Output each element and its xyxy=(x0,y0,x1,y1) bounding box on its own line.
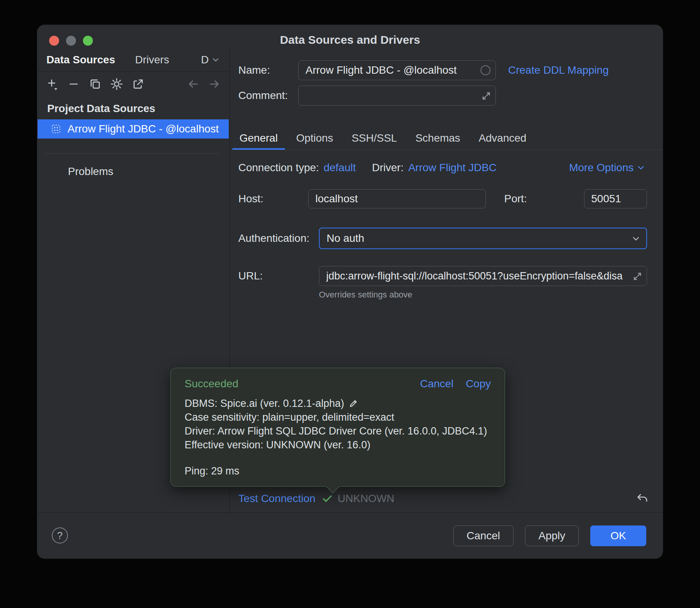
gear-icon xyxy=(111,78,123,90)
data-source-list-item-selected[interactable]: Arrow Flight JDBC - @localhost xyxy=(38,119,229,139)
url-label: URL: xyxy=(238,270,319,282)
authentication-select[interactable]: No auth xyxy=(319,228,647,249)
back-button[interactable] xyxy=(187,78,200,91)
tab-drivers[interactable]: Drivers xyxy=(135,54,169,66)
more-options-link[interactable]: More Options xyxy=(569,162,646,174)
form-tab-bar: General Options SSH/SSL Schemas Advanced xyxy=(230,127,663,150)
authentication-label: Authentication: xyxy=(238,232,319,245)
question-mark-icon: ? xyxy=(57,530,63,542)
create-ddl-mapping-link[interactable]: Create DDL Mapping xyxy=(508,64,609,76)
name-label: Name: xyxy=(238,64,298,76)
arrow-right-icon xyxy=(208,78,221,90)
test-connection-row: Test Connection UNKNOWN xyxy=(238,490,648,507)
help-button[interactable]: ? xyxy=(52,527,68,544)
connection-type-value[interactable]: default xyxy=(324,162,356,174)
effective-version-line: Effective version: UNKNOWN (ver. 16.0) xyxy=(185,438,491,452)
circle-indicator-icon xyxy=(480,65,490,75)
open-in-editor-button[interactable] xyxy=(132,78,145,91)
expand-icon xyxy=(632,271,643,282)
host-label: Host: xyxy=(238,193,308,205)
connection-type-label: Connection type: xyxy=(238,162,319,174)
arrow-left-icon xyxy=(187,78,199,90)
window-title: Data Sources and Drivers xyxy=(37,33,663,46)
sidebar-divider xyxy=(45,153,220,154)
comment-field-wrap xyxy=(298,86,496,106)
cancel-button[interactable]: Cancel xyxy=(453,525,513,546)
comment-row: Comment: xyxy=(238,86,496,106)
ping-line: Ping: 29 ms xyxy=(185,464,491,478)
tab-data-sources[interactable]: Data Sources xyxy=(46,54,115,66)
test-connection-link[interactable]: Test Connection xyxy=(238,492,315,505)
sidebar-tab-bar: Data Sources Drivers D xyxy=(37,48,229,72)
screen-background: Data Sources and Drivers Data Sources Dr… xyxy=(0,0,700,608)
port-label: Port: xyxy=(504,193,574,205)
popup-status: Succeeded xyxy=(185,378,238,390)
tab-general[interactable]: General xyxy=(230,127,287,150)
tab-schemas[interactable]: Schemas xyxy=(406,127,469,150)
connection-type-row: Connection type: default Driver: Arrow F… xyxy=(238,160,646,175)
popup-header: Succeeded Cancel Copy xyxy=(185,377,491,391)
popup-copy-link[interactable]: Copy xyxy=(466,378,491,390)
expand-icon xyxy=(481,91,492,101)
remove-data-source-button[interactable] xyxy=(67,78,80,91)
ok-button[interactable]: OK xyxy=(590,525,646,546)
chevron-down-icon xyxy=(631,234,641,244)
name-field-wrap xyxy=(298,60,496,80)
apply-button[interactable]: Apply xyxy=(525,525,579,546)
driver-value[interactable]: Arrow Flight JDBC xyxy=(408,162,497,174)
url-row: URL: xyxy=(238,266,647,286)
dialog-button-bar: ? Cancel Apply OK xyxy=(37,512,663,558)
project-data-sources-heading: Project Data Sources xyxy=(47,102,155,115)
case-sensitivity-line: Case sensitivity: plain=upper, delimited… xyxy=(185,410,491,424)
host-input[interactable] xyxy=(308,189,486,208)
expand-comment-button[interactable] xyxy=(480,90,492,102)
duplicate-button[interactable] xyxy=(89,78,102,91)
data-source-icon xyxy=(51,124,61,134)
driver-label: Driver: xyxy=(372,162,403,174)
title-bar: Data Sources and Drivers xyxy=(37,25,663,48)
tab-ssh-ssl[interactable]: SSH/SSL xyxy=(342,127,406,150)
dialog-buttons: Cancel Apply OK xyxy=(453,525,646,546)
tab-ddl-overflow-label: D xyxy=(201,54,209,66)
pencil-icon xyxy=(348,398,359,409)
chevron-down-icon xyxy=(636,163,646,173)
popup-actions: Cancel Copy xyxy=(420,378,491,390)
name-input[interactable] xyxy=(298,60,496,80)
connection-status-text: UNKNOWN xyxy=(338,492,395,505)
tab-ddl-overflow[interactable]: D xyxy=(201,54,220,66)
settings-button[interactable] xyxy=(110,78,123,91)
port-input[interactable] xyxy=(584,189,647,208)
url-note: Overrides settings above xyxy=(319,290,412,300)
host-row: Host: Port: xyxy=(238,189,647,208)
data-source-item-label: Arrow Flight JDBC - @localhost xyxy=(68,123,219,135)
port-field-wrap xyxy=(584,189,647,208)
host-field-wrap xyxy=(308,189,486,208)
edit-version-button[interactable] xyxy=(348,398,359,409)
add-data-source-button[interactable] xyxy=(46,78,59,91)
tab-options[interactable]: Options xyxy=(287,127,343,150)
popup-details: DBMS: Spice.ai (ver. 0.12.1-alpha) Case … xyxy=(185,397,491,478)
forward-button[interactable] xyxy=(208,78,221,91)
dialog-window: Data Sources and Drivers Data Sources Dr… xyxy=(37,25,663,559)
minus-icon xyxy=(68,78,80,90)
problems-item[interactable]: Problems xyxy=(68,164,113,179)
popup-cancel-link[interactable]: Cancel xyxy=(420,378,453,390)
name-row: Name: Create DDL Mapping xyxy=(238,60,609,80)
revert-button[interactable] xyxy=(636,492,648,505)
driver-line: Driver: Arrow Flight SQL JDBC Driver Cor… xyxy=(185,424,491,438)
plus-icon xyxy=(46,78,58,90)
success-check-icon xyxy=(322,493,333,504)
copy-icon xyxy=(89,78,101,90)
comment-input[interactable] xyxy=(298,86,496,106)
authentication-row: Authentication: No auth xyxy=(238,228,647,249)
sidebar-toolbar xyxy=(37,72,229,96)
tab-advanced[interactable]: Advanced xyxy=(469,127,536,150)
url-input[interactable] xyxy=(319,266,647,286)
chevron-down-icon xyxy=(211,55,220,64)
expand-url-button[interactable] xyxy=(632,271,643,282)
authentication-value: No auth xyxy=(327,232,364,245)
url-field-wrap xyxy=(319,266,647,286)
dbms-line: DBMS: Spice.ai (ver. 0.12.1-alpha) xyxy=(185,397,491,410)
comment-label: Comment: xyxy=(238,89,298,102)
test-connection-popup: Succeeded Cancel Copy DBMS: Spice.ai (ve… xyxy=(170,368,505,487)
